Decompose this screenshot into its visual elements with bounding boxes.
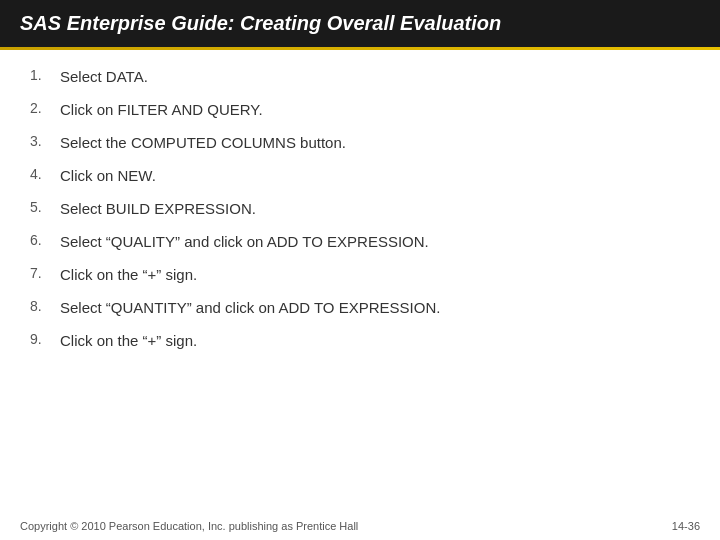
list-number: 7.	[30, 264, 60, 281]
list-number: 1.	[30, 66, 60, 83]
list-text: Click on NEW.	[60, 165, 156, 186]
list-text: Select “QUANTITY” and click on ADD TO EX…	[60, 297, 440, 318]
list-number: 4.	[30, 165, 60, 182]
list-item: 3.Select the COMPUTED COLUMNS button.	[30, 126, 690, 159]
footer-copyright: Copyright © 2010 Pearson Education, Inc.…	[20, 520, 358, 532]
list-number: 8.	[30, 297, 60, 314]
list-number: 6.	[30, 231, 60, 248]
list-text: Click on the “+” sign.	[60, 330, 197, 351]
list-text: Click on FILTER AND QUERY.	[60, 99, 263, 120]
list-text: Select “QUALITY” and click on ADD TO EXP…	[60, 231, 429, 252]
list-item: 1.Select DATA.	[30, 60, 690, 93]
list-item: 7.Click on the “+” sign.	[30, 258, 690, 291]
content: 1.Select DATA.2.Click on FILTER AND QUER…	[0, 50, 720, 365]
list-number: 5.	[30, 198, 60, 215]
list-text: Select the COMPUTED COLUMNS button.	[60, 132, 346, 153]
header: SAS Enterprise Guide: Creating Overall E…	[0, 0, 720, 47]
footer-page: 14-36	[672, 520, 700, 532]
list-text: Select DATA.	[60, 66, 148, 87]
list-item: 8.Select “QUANTITY” and click on ADD TO …	[30, 291, 690, 324]
list-item: 4.Click on NEW.	[30, 159, 690, 192]
list-text: Click on the “+” sign.	[60, 264, 197, 285]
footer: Copyright © 2010 Pearson Education, Inc.…	[20, 520, 700, 532]
list-number: 9.	[30, 330, 60, 347]
list-item: 9.Click on the “+” sign.	[30, 324, 690, 357]
list-number: 2.	[30, 99, 60, 116]
list-item: 5.Select BUILD EXPRESSION.	[30, 192, 690, 225]
header-title: SAS Enterprise Guide: Creating Overall E…	[20, 12, 501, 35]
list-item: 2.Click on FILTER AND QUERY.	[30, 93, 690, 126]
list-text: Select BUILD EXPRESSION.	[60, 198, 256, 219]
list-number: 3.	[30, 132, 60, 149]
list-item: 6.Select “QUALITY” and click on ADD TO E…	[30, 225, 690, 258]
